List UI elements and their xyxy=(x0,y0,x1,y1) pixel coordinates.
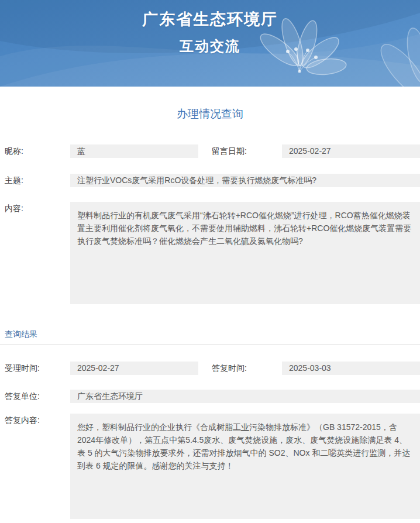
page-title: 办理情况查询 xyxy=(0,106,420,122)
reply-content-label: 答复内容: xyxy=(0,414,70,427)
reply-time-label: 答复时间: xyxy=(198,362,282,375)
subject-field: 注塑行业VOCs废气采用RcO设备处理，需要执行燃烧废气标准吗? xyxy=(70,174,420,187)
section-divider xyxy=(0,344,420,345)
site-title: 广东省生态环境厅 xyxy=(0,0,420,30)
message-date-field: 2025-02-27 xyxy=(282,144,420,158)
header-banner: 广东省生态环境厅 互动交流 xyxy=(0,0,420,87)
reply-time-field: 2025-03-03 xyxy=(282,362,420,375)
content-field: 塑料制品行业的有机废气废气采用“沸石轮转+RCO催化燃烧”进行处理，RCO蓄热催… xyxy=(70,202,420,304)
reply-unit-label: 答复单位: xyxy=(0,390,70,403)
nickname-field: 蓝 xyxy=(70,144,198,158)
content-label: 内容: xyxy=(0,202,70,215)
accept-reply-time-row: 受理时间: 2025-02-27 答复时间: 2025-03-03 xyxy=(0,362,420,375)
reply-unit-row: 答复单位: 广东省生态环境厅 xyxy=(0,390,420,403)
nickname-date-row: 昵称: 蓝 留言日期: 2025-02-27 xyxy=(0,144,420,158)
subject-label: 主题: xyxy=(0,174,70,187)
main-content: 办理情况查询 昵称: 蓝 留言日期: 2025-02-27 主题: 注塑行业VO… xyxy=(0,106,420,519)
reply-content-field: 您好，塑料制品行业的企业执行《合成树脂工业污染物排放标准》（GB 31572-2… xyxy=(70,414,420,519)
accept-time-label: 受理时间: xyxy=(0,362,70,375)
reply-text-underlined: 工业 xyxy=(233,422,249,432)
message-date-label: 留言日期: xyxy=(198,144,282,158)
content-row: 内容: 塑料制品行业的有机废气废气采用“沸石轮转+RCO催化燃烧”进行处理，RC… xyxy=(0,202,420,304)
accept-time-field: 2025-02-27 xyxy=(70,362,198,375)
reply-unit-field: 广东省生态环境厅 xyxy=(70,390,420,403)
result-section-title: 查询结果 xyxy=(0,329,420,339)
nickname-label: 昵称: xyxy=(0,144,70,158)
site-subtitle: 互动交流 xyxy=(0,37,420,56)
reply-text-part1: 您好，塑料制品行业的企业执行《合成树脂 xyxy=(77,422,233,432)
reply-content-row: 答复内容: 您好，塑料制品行业的企业执行《合成树脂工业污染物排放标准》（GB 3… xyxy=(0,414,420,519)
subject-row: 主题: 注塑行业VOCs废气采用RcO设备处理，需要执行燃烧废气标准吗? xyxy=(0,174,420,187)
